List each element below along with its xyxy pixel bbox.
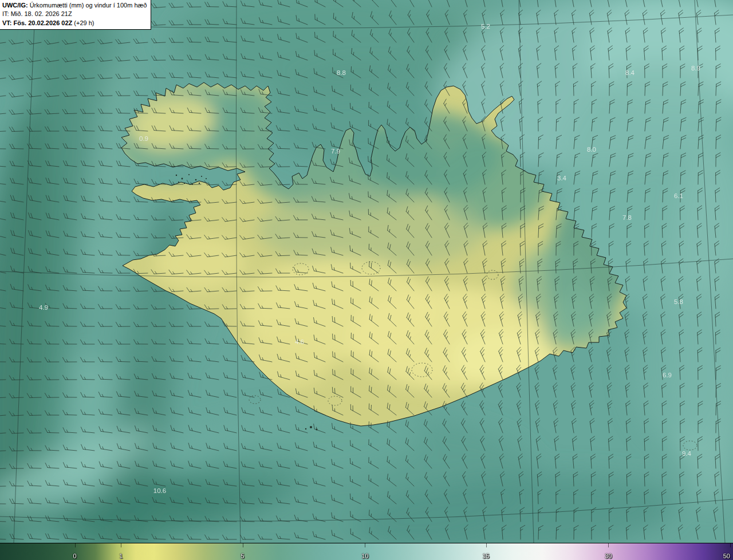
title-line-model: UWC/IG: Úrkomumætti (mm) og vindur í 100… (2, 1, 147, 10)
precip-value-label: 4.9 (39, 304, 48, 311)
colorbar-tick-mark (608, 543, 609, 547)
precip-value-label: 5.8 (674, 298, 683, 305)
colorbar-tick-label: 50 (723, 553, 730, 559)
colorbar: 01510153050 (0, 543, 733, 560)
map-title-text: Úrkomumætti (mm) og vindur í 100m hæð (28, 2, 147, 9)
colorbar-tick-mark (730, 543, 731, 547)
precip-value-label: 8.9 (691, 65, 700, 72)
colorbar-tick-mark (75, 543, 76, 547)
precip-value-label: 7.9 (331, 148, 340, 155)
colorbar-tick-mark (486, 543, 487, 547)
precip-value-label: 6.1 (674, 192, 683, 199)
colorbar-tick-label: 30 (605, 553, 612, 559)
title-line-init-time: IT: Mið. 18. 02. 2026 21Z (2, 10, 147, 18)
colorbar-tick-mark (121, 543, 121, 547)
precip-value-label: 10.6 (153, 487, 166, 494)
precip-value-label: 3.4 (557, 175, 567, 182)
model-id-text: UWC/IG: (2, 2, 28, 9)
precip-value-label: 8.8 (337, 69, 346, 76)
colorbar-tick-label: 15 (483, 553, 490, 559)
map-canvas: 5.28.88.48.97.90.98.03.46.17.84.95.84.66… (0, 0, 733, 543)
colorbar-tick-label: 10 (361, 553, 368, 559)
valid-time-text: VT: Fös. 20.02.2026 02Z (2, 19, 72, 26)
precip-value-label: 8.0 (587, 146, 596, 153)
precip-value-label: 9.4 (682, 450, 692, 457)
init-time-text: IT: Mið. 18. 02. 2026 21Z (2, 10, 72, 17)
precip-value-label: 6.9 (663, 372, 672, 378)
title-box: UWC/IG: Úrkomumætti (mm) og vindur í 100… (0, 0, 151, 30)
precip-value-label: 4.6 (295, 338, 304, 345)
colorbar-tick-mark (365, 543, 365, 547)
colorbar-tick-label: 5 (241, 553, 245, 559)
colorbar-tick-label: 1 (119, 553, 123, 559)
precip-value-label: 5.2 (481, 23, 490, 30)
lead-time-text: (+29 h) (72, 19, 94, 26)
precip-value-label: 0.9 (139, 135, 148, 142)
weather-map: 5.28.88.48.97.90.98.03.46.17.84.95.84.66… (0, 0, 733, 543)
colorbar-tick-mark (243, 543, 243, 547)
colorbar-tick-label: 0 (73, 553, 76, 559)
precip-value-label: 8.4 (625, 69, 635, 76)
title-line-valid-time: VT: Fös. 20.02.2026 02Z (+29 h) (2, 19, 147, 27)
precip-value-label: 7.8 (622, 214, 632, 221)
